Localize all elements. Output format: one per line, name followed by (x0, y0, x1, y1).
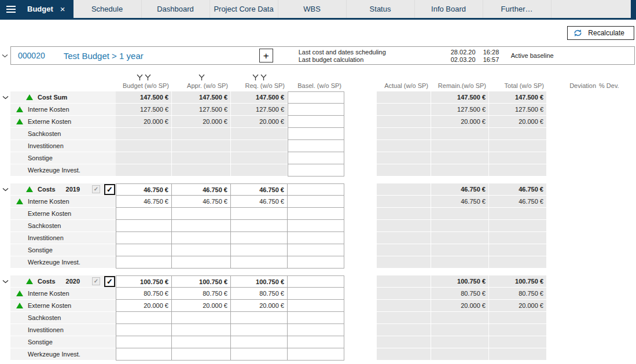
collapse-chevron-icon[interactable] (0, 275, 10, 288)
row-label-cell[interactable]: Cost Sum (10, 91, 116, 104)
filter-icon[interactable] (198, 74, 205, 81)
basel-cell[interactable] (288, 336, 344, 348)
basel-cell[interactable] (288, 244, 344, 256)
req-cell[interactable]: 20.000 € (231, 300, 288, 312)
tab-budget-active[interactable]: Budget × (21, 0, 73, 18)
req-cell[interactable]: 100.750 € (231, 275, 288, 288)
row-label-cell[interactable]: Sonstige (10, 336, 116, 348)
project-id[interactable]: 000020 (18, 51, 45, 60)
row-label-cell[interactable]: Investitionen (10, 232, 116, 244)
row-label-cell[interactable]: Externe Kosten (10, 116, 116, 128)
budget-cell[interactable] (116, 244, 172, 256)
appr-cell[interactable]: 46.750 € (172, 183, 231, 196)
req-cell[interactable] (231, 208, 288, 220)
budget-cell[interactable] (116, 220, 172, 232)
close-tab-icon[interactable]: × (60, 5, 65, 13)
collapse-chevron-icon[interactable] (0, 91, 10, 104)
basel-cell[interactable] (288, 256, 344, 269)
budget-cell[interactable] (116, 232, 172, 244)
row-label-cell[interactable]: Werkzeuge Invest. (10, 164, 116, 177)
basel-cell[interactable] (288, 183, 344, 196)
budget-cell[interactable] (116, 312, 172, 324)
tab-wbs[interactable]: WBS (278, 0, 347, 18)
appr-cell[interactable] (172, 336, 231, 348)
basel-cell[interactable] (288, 116, 344, 128)
project-title[interactable]: Test Budget > 1 year (64, 51, 259, 61)
basel-cell[interactable] (288, 348, 344, 361)
basel-cell[interactable] (288, 288, 344, 300)
appr-cell[interactable] (172, 312, 231, 324)
tab-project-core-data[interactable]: Project Core Data (210, 0, 278, 18)
basel-cell[interactable] (288, 275, 344, 288)
row-label-cell[interactable]: Costs2019✓✓ (10, 183, 116, 196)
req-cell[interactable] (231, 336, 288, 348)
req-cell[interactable] (231, 220, 288, 232)
filter-icon[interactable] (252, 74, 259, 81)
req-cell[interactable]: 46.750 € (231, 183, 288, 196)
budget-cell[interactable] (116, 208, 172, 220)
appr-cell[interactable]: 100.750 € (172, 275, 231, 288)
row-label-cell[interactable]: Werkzeuge Invest. (10, 256, 116, 269)
budget-cell[interactable] (116, 336, 172, 348)
budget-cell[interactable] (116, 324, 172, 336)
appr-cell[interactable] (172, 348, 231, 361)
appr-cell[interactable] (172, 256, 231, 269)
req-cell[interactable]: 46.750 € (231, 196, 288, 208)
project-collapse-chevron-icon[interactable] (2, 54, 8, 58)
tab-further[interactable]: Further… (483, 0, 552, 18)
filter-icon[interactable] (137, 74, 143, 81)
req-cell[interactable] (231, 244, 288, 256)
basel-cell[interactable] (288, 324, 344, 336)
req-cell[interactable] (231, 348, 288, 361)
basel-cell[interactable] (288, 164, 344, 177)
hamburger-menu-icon[interactable] (0, 0, 21, 18)
tab-dashboard[interactable]: Dashboard (142, 0, 210, 18)
row-label-cell[interactable]: Externe Kosten (10, 300, 116, 312)
appr-cell[interactable] (172, 324, 231, 336)
row-label-cell[interactable]: Interne Kosten (10, 104, 116, 116)
appr-cell[interactable]: 20.000 € (172, 300, 231, 312)
row-label-cell[interactable]: Sachkosten (10, 312, 116, 324)
filter-icon[interactable] (260, 74, 267, 81)
row-label-cell[interactable]: Costs2020✓✓ (10, 275, 116, 288)
basel-cell[interactable] (288, 208, 344, 220)
year-checkbox[interactable]: ✓ (104, 184, 115, 195)
row-label-cell[interactable]: Sachkosten (10, 128, 116, 140)
budget-cell[interactable] (116, 256, 172, 269)
appr-cell[interactable] (172, 232, 231, 244)
basel-cell[interactable] (288, 128, 344, 140)
row-label-cell[interactable]: Werkzeuge Invest. (10, 348, 116, 361)
budget-cell[interactable]: 20.000 € (116, 300, 172, 312)
year-checkbox[interactable]: ✓ (104, 276, 115, 287)
row-label-cell[interactable]: Sonstige (10, 152, 116, 164)
add-button[interactable]: + (259, 49, 273, 62)
basel-cell[interactable] (288, 312, 344, 324)
req-cell[interactable] (231, 256, 288, 269)
req-cell[interactable]: 80.750 € (231, 288, 288, 300)
req-cell[interactable] (231, 232, 288, 244)
appr-cell[interactable] (172, 208, 231, 220)
budget-cell[interactable]: 46.750 € (116, 196, 172, 208)
basel-cell[interactable] (288, 220, 344, 232)
tab-status[interactable]: Status (347, 0, 415, 18)
basel-cell[interactable] (288, 104, 344, 116)
tab-info-board[interactable]: Info Board (415, 0, 483, 18)
req-cell[interactable] (231, 324, 288, 336)
basel-cell[interactable] (288, 152, 344, 164)
basel-cell[interactable] (288, 140, 344, 152)
row-label-cell[interactable]: Interne Kosten (10, 288, 116, 300)
filter-icon[interactable] (145, 74, 151, 81)
basel-cell[interactable] (288, 232, 344, 244)
budget-cell[interactable]: 46.750 € (116, 183, 172, 196)
appr-cell[interactable]: 80.750 € (172, 288, 231, 300)
budget-cell[interactable] (116, 348, 172, 361)
basel-cell[interactable] (288, 91, 344, 104)
budget-cell[interactable]: 100.750 € (116, 275, 172, 288)
appr-cell[interactable] (172, 244, 231, 256)
row-label-cell[interactable]: Interne Kosten (10, 196, 116, 208)
row-label-cell[interactable]: Investitionen (10, 324, 116, 336)
recalculate-button[interactable]: Recalculate (567, 26, 634, 40)
row-label-cell[interactable]: Investitionen (10, 140, 116, 152)
row-label-cell[interactable]: Externe Kosten (10, 208, 116, 220)
row-label-cell[interactable]: Sachkosten (10, 220, 116, 232)
